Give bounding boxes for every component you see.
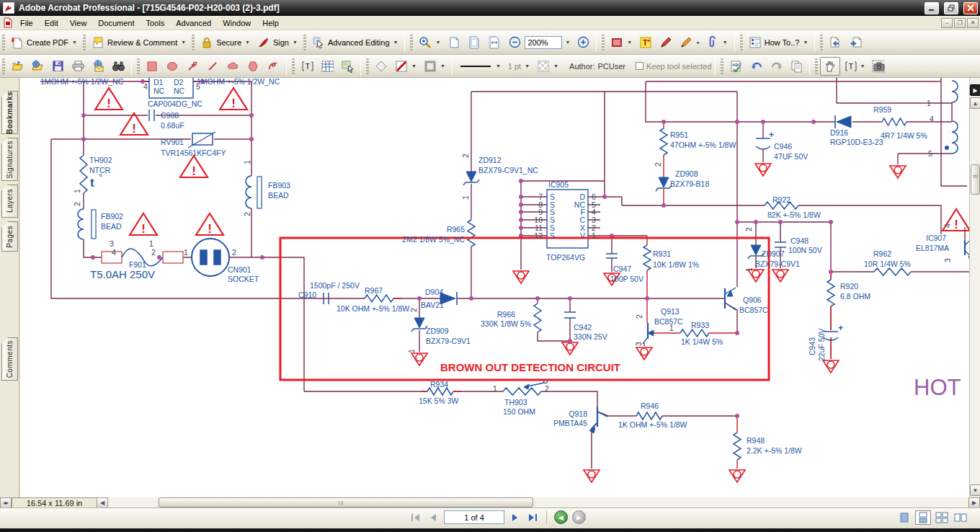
text-box-tool-button[interactable]: T+ bbox=[636, 33, 656, 52]
dropdown-icon[interactable]: ▼ bbox=[411, 63, 416, 68]
doc-close-button[interactable]: ✕ bbox=[967, 18, 979, 28]
snapshot-button[interactable] bbox=[868, 57, 888, 76]
advanced-editing-button[interactable]: Advanced Editing▼ bbox=[308, 33, 402, 52]
line-markup-button[interactable] bbox=[202, 57, 223, 76]
vscroll-thumb[interactable] bbox=[971, 164, 980, 195]
line-weight-select[interactable]: 1 pt▼ bbox=[504, 59, 533, 74]
arrow-markup-button[interactable] bbox=[182, 57, 202, 76]
how-to-button[interactable]: How To..?▼ bbox=[745, 33, 812, 52]
toolbar-grip[interactable] bbox=[303, 35, 306, 50]
menu-file[interactable]: File bbox=[14, 17, 39, 29]
menu-edit[interactable]: Edit bbox=[39, 17, 64, 29]
toolbar-grip[interactable] bbox=[83, 35, 86, 50]
select-text-button[interactable]: T▼ bbox=[840, 57, 869, 76]
toolbar-grip[interactable] bbox=[137, 58, 140, 74]
dropdown-icon[interactable]: ▼ bbox=[181, 40, 186, 45]
hand-tool-button[interactable] bbox=[820, 57, 840, 76]
toolbar-grip[interactable] bbox=[366, 58, 369, 74]
rectangle-markup-button[interactable]: ▼ bbox=[607, 33, 636, 52]
collapse-icon[interactable]: ◂ bbox=[696, 40, 699, 45]
dropdown-icon[interactable]: ▼ bbox=[803, 40, 808, 45]
toolbar-grip[interactable] bbox=[815, 58, 818, 74]
sign-button[interactable]: Sign▼ bbox=[254, 33, 301, 52]
polygon-markup-button[interactable] bbox=[243, 57, 263, 76]
zoom-in-tool-button[interactable]: ▼ bbox=[415, 33, 444, 52]
toolbar-grip[interactable] bbox=[292, 58, 295, 74]
hscroll-left-icon[interactable]: ◀ bbox=[97, 497, 108, 508]
previous-page-icon[interactable] bbox=[427, 511, 440, 524]
touchup-object-button[interactable] bbox=[337, 57, 357, 76]
cloud-markup-button[interactable] bbox=[223, 57, 243, 76]
dropdown-icon[interactable]: ▼ bbox=[496, 63, 501, 68]
facing-layout-icon[interactable] bbox=[953, 510, 968, 525]
toolbar-grip[interactable] bbox=[820, 35, 823, 50]
menu-view[interactable]: View bbox=[64, 17, 93, 29]
menu-document[interactable]: Document bbox=[92, 17, 140, 29]
restore-button[interactable] bbox=[944, 2, 958, 14]
page-number-input[interactable] bbox=[444, 510, 504, 524]
first-page-icon[interactable] bbox=[409, 511, 422, 524]
sidebar-tab-bookmarks[interactable]: Bookmarks bbox=[1, 91, 18, 134]
dropdown-icon[interactable]: ▼ bbox=[435, 40, 440, 45]
prev-doc-button[interactable] bbox=[845, 33, 865, 52]
pane-toggle-icon[interactable]: ▶ bbox=[970, 84, 980, 96]
dropdown-icon[interactable]: ▼ bbox=[723, 40, 728, 45]
keep-tool-checkbox-row[interactable]: Keep tool selected bbox=[636, 62, 712, 71]
redo-button[interactable] bbox=[766, 57, 786, 76]
toolbar-grip[interactable] bbox=[2, 58, 5, 74]
fill-color-button[interactable]: ▼ bbox=[420, 57, 449, 76]
dropdown-icon[interactable]: ▼ bbox=[860, 63, 865, 68]
dropdown-icon[interactable]: ▼ bbox=[393, 40, 398, 45]
copy-button[interactable] bbox=[786, 57, 806, 76]
polyline-markup-button[interactable] bbox=[263, 57, 283, 76]
sidebar-tab-pages[interactable]: Pages bbox=[1, 221, 18, 252]
single-page-layout-icon[interactable] bbox=[896, 510, 912, 525]
zoom-level-input[interactable] bbox=[525, 36, 562, 49]
save-button[interactable] bbox=[48, 57, 68, 76]
continuous-layout-icon[interactable] bbox=[915, 510, 931, 525]
pane-splitter-icon[interactable]: ◂▸ bbox=[0, 497, 12, 508]
email-button[interactable] bbox=[88, 57, 108, 76]
actual-size-button[interactable] bbox=[444, 33, 464, 52]
next-view-button[interactable]: ▶ bbox=[572, 510, 586, 524]
zoom-in-button[interactable] bbox=[573, 33, 593, 52]
sidebar-tab-layers[interactable]: Layers bbox=[1, 185, 18, 218]
zoom-out-button[interactable] bbox=[504, 33, 525, 52]
zoom-dropdown-icon[interactable]: ▼ bbox=[565, 40, 570, 45]
fit-page-button[interactable] bbox=[464, 33, 484, 52]
opacity-button[interactable]: ▼ bbox=[533, 57, 562, 76]
sidebar-tab-signatures[interactable]: Signatures bbox=[1, 138, 18, 181]
doc-minimize-button[interactable]: – bbox=[941, 18, 953, 28]
menu-advanced[interactable]: Advanced bbox=[170, 17, 217, 29]
toolbar-grip[interactable] bbox=[721, 58, 723, 74]
title-bar[interactable]: Adobe Acrobat Professional - [715G4546-P… bbox=[0, 0, 980, 16]
dropdown-icon[interactable]: ▼ bbox=[627, 40, 632, 45]
menu-help[interactable]: Help bbox=[257, 17, 285, 29]
hscroll-right-icon[interactable]: ▶ bbox=[968, 497, 980, 508]
highlight-pencil-button[interactable]: ◂ bbox=[676, 33, 703, 52]
next-doc-button[interactable] bbox=[825, 33, 845, 52]
dropdown-icon[interactable]: ▼ bbox=[553, 63, 558, 68]
hscroll-thumb[interactable] bbox=[159, 497, 533, 507]
square-markup-button[interactable] bbox=[142, 57, 162, 76]
sidebar-tab-comments[interactable]: Comments bbox=[1, 337, 18, 381]
open-button[interactable] bbox=[7, 57, 27, 76]
attach-tool-button[interactable]: ▼ bbox=[703, 33, 731, 52]
line-style-button[interactable]: ▼ bbox=[455, 60, 504, 73]
minimize-button[interactable] bbox=[925, 2, 939, 14]
search-button[interactable] bbox=[108, 57, 128, 76]
undo-button[interactable] bbox=[746, 57, 766, 76]
dropdown-icon[interactable]: ▼ bbox=[72, 40, 77, 45]
print-button[interactable] bbox=[68, 57, 88, 76]
document-canvas[interactable]: !!!!!!! 1MOHM +-5% 1/2W_NC1MOHM +-5% 1/2… bbox=[20, 78, 969, 497]
menu-window[interactable]: Window bbox=[217, 17, 257, 29]
last-page-icon[interactable] bbox=[526, 511, 539, 524]
menu-tools[interactable]: Tools bbox=[141, 17, 171, 29]
toolbar-grip[interactable] bbox=[192, 35, 195, 50]
table-select-button[interactable] bbox=[317, 57, 337, 76]
review-comment-button[interactable]: Review & Comment▼ bbox=[88, 33, 190, 52]
dropdown-icon[interactable]: ▼ bbox=[293, 40, 298, 45]
scroll-down-icon[interactable]: ▼ bbox=[970, 484, 980, 496]
next-page-icon[interactable] bbox=[509, 511, 522, 524]
toolbar-grip[interactable] bbox=[740, 35, 743, 50]
